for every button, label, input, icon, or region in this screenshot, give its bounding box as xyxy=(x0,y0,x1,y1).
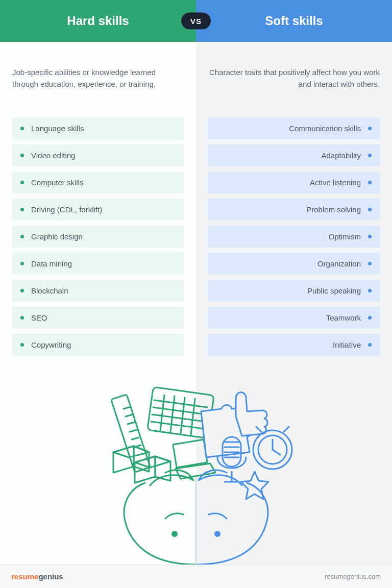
bullet-icon xyxy=(368,316,372,320)
bullet-icon xyxy=(368,208,372,211)
hard-skills-list: Language skills Video editing Computer s… xyxy=(12,117,184,356)
bullet-icon xyxy=(368,154,372,157)
list-item: Active listening xyxy=(208,172,380,193)
list-item: Problem solving xyxy=(208,199,380,220)
brand-part1: resume xyxy=(11,572,38,581)
soft-skills-title: Soft skills xyxy=(265,14,323,28)
list-item: Optimism xyxy=(208,226,380,248)
brand-logo: resumegenius xyxy=(11,572,63,581)
skill-label: Graphic design xyxy=(31,232,83,241)
list-item: Initiative xyxy=(208,334,380,356)
bullet-icon xyxy=(20,343,24,347)
skill-label: Video editing xyxy=(31,151,75,160)
hard-skills-description: Job-specific abilities or knowledge lear… xyxy=(12,66,184,103)
skill-label: Initiative xyxy=(333,340,361,349)
list-item: Teamwork xyxy=(208,307,380,329)
bullet-icon xyxy=(20,208,24,211)
hard-skills-column: Job-specific abilities or knowledge lear… xyxy=(0,42,196,565)
bullet-icon xyxy=(20,289,24,292)
bullet-icon xyxy=(20,262,24,265)
bullet-icon xyxy=(368,235,372,238)
bullet-icon xyxy=(368,181,372,184)
soft-skills-header: Soft skills xyxy=(196,0,392,42)
list-item: Language skills xyxy=(12,117,184,139)
skill-label: Optimism xyxy=(329,232,361,241)
list-item: Adaptability xyxy=(208,144,380,166)
bullet-icon xyxy=(368,343,372,347)
content-row: Job-specific abilities or knowledge lear… xyxy=(0,42,392,565)
skill-label: SEO xyxy=(31,313,47,322)
soft-skills-description: Character traits that positively affect … xyxy=(208,66,380,103)
skill-label: Problem solving xyxy=(306,205,361,214)
skill-label: Communication skills xyxy=(289,124,361,133)
list-item: Copywriting xyxy=(12,334,184,356)
bullet-icon xyxy=(368,127,372,130)
hard-skills-header: Hard skills xyxy=(0,0,196,42)
footer-url: resumegenius.com xyxy=(325,573,381,580)
skill-label: Teamwork xyxy=(326,313,361,322)
skill-label: Copywriting xyxy=(31,340,71,349)
soft-skills-column: Character traits that positively affect … xyxy=(196,42,392,565)
list-item: Graphic design xyxy=(12,226,184,248)
list-item: Computer skills xyxy=(12,172,184,193)
bullet-icon xyxy=(20,316,24,320)
skill-label: Active listening xyxy=(310,178,361,187)
soft-skills-list: Communication skills Adaptability Active… xyxy=(208,117,380,356)
list-item: Organization xyxy=(208,253,380,275)
list-item: Video editing xyxy=(12,144,184,166)
bullet-icon xyxy=(20,127,24,130)
skill-label: Blockchain xyxy=(31,286,68,295)
footer: resumegenius resumegenius.com xyxy=(0,565,392,588)
brand-part2: genius xyxy=(38,572,63,581)
skill-label: Public speaking xyxy=(307,286,361,295)
bullet-icon xyxy=(368,262,372,265)
skill-label: Computer skills xyxy=(31,178,84,187)
list-item: SEO xyxy=(12,307,184,329)
list-item: Driving (CDL, forklift) xyxy=(12,199,184,220)
bullet-icon xyxy=(368,289,372,292)
skill-label: Adaptability xyxy=(321,151,361,160)
skill-label: Driving (CDL, forklift) xyxy=(31,205,102,214)
skill-label: Language skills xyxy=(31,124,84,133)
list-item: Blockchain xyxy=(12,280,184,302)
bullet-icon xyxy=(20,235,24,238)
bullet-icon xyxy=(20,154,24,157)
comparison-header: Hard skills Soft skills VS xyxy=(0,0,392,42)
skill-label: Data mining xyxy=(31,259,72,268)
hard-skills-title: Hard skills xyxy=(67,14,129,28)
skill-label: Organization xyxy=(317,259,361,268)
list-item: Data mining xyxy=(12,253,184,275)
list-item: Communication skills xyxy=(208,117,380,139)
vs-badge: VS xyxy=(181,13,211,30)
bullet-icon xyxy=(20,181,24,184)
list-item: Public speaking xyxy=(208,280,380,302)
